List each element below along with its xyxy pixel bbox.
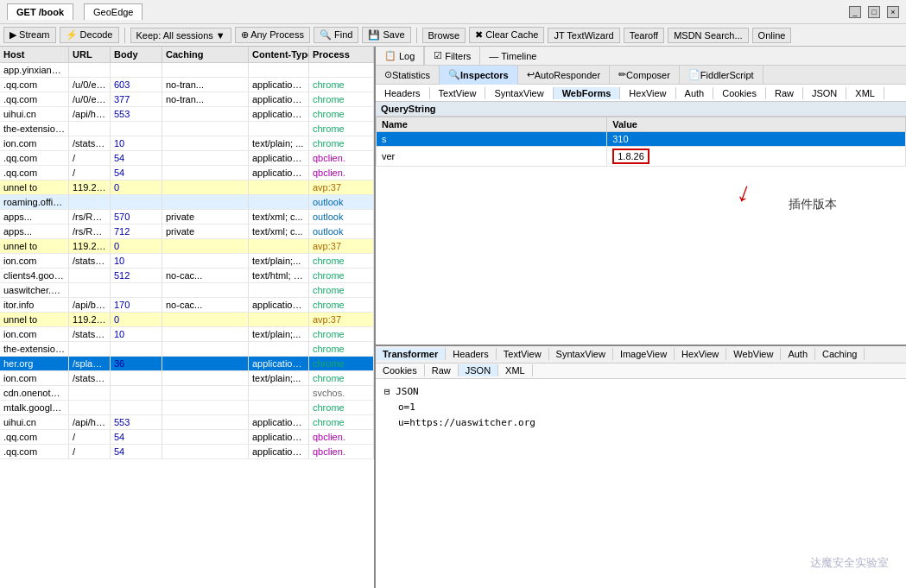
req-tab-hexview[interactable]: HexView: [620, 87, 675, 99]
resp-tab-caching[interactable]: Caching: [815, 348, 865, 360]
table-row[interactable]: unnel to 119.255.133.57:443 0 avp:37: [0, 239, 374, 254]
tab-inspectors[interactable]: 🔍 Inspectors: [440, 66, 518, 85]
resp-sub-xml[interactable]: XML: [498, 364, 533, 376]
table-row[interactable]: the-extension.com:443 chrome: [0, 342, 374, 357]
table-row[interactable]: apps... /rs/RoamingSoapService.svc 712 p…: [0, 224, 374, 239]
table-row[interactable]: clients4.google.com:443 512 no-cac... te…: [0, 269, 374, 283]
resp-tab-textview[interactable]: TextView: [497, 348, 549, 360]
toolbar: ▶ Stream ⚡ Decode Keep: All sessions ▼ ⊕…: [0, 24, 906, 47]
table-row[interactable]: unnel to 119.255.133.57:443 0 avp:37: [0, 180, 374, 195]
table-row[interactable]: the-extension.com:443 chrome: [0, 122, 374, 136]
resp-sub-json[interactable]: JSON: [459, 364, 498, 376]
keep-button[interactable]: Keep: All sessions ▼: [130, 28, 231, 43]
table-row[interactable]: itor.info /api/bhrule?sub=116 170 no-cac…: [0, 298, 374, 313]
resp-tab-webview[interactable]: WebView: [726, 348, 781, 360]
req-tab-cookies[interactable]: Cookies: [713, 87, 766, 99]
req-tab-headers[interactable]: Headers: [376, 87, 430, 99]
title-bar-left: GET /book GeoEdge: [7, 3, 143, 20]
cell-host: uihui.cn: [0, 415, 69, 429]
table-row[interactable]: ion.com /stats?hash=jwtmv6kavks... 10 te…: [0, 254, 374, 269]
tearoff-button[interactable]: Tearoff: [624, 28, 664, 43]
table-row[interactable]: .qq.com / 54 application/... qbclien.: [0, 430, 374, 445]
stream-button[interactable]: ▶ Stream: [3, 27, 56, 43]
table-row[interactable]: mtalk.google.com:5228 chrome: [0, 401, 374, 415]
minimize-button[interactable]: _: [849, 6, 861, 18]
cell-body: 553: [111, 415, 162, 429]
cell-url: [69, 401, 111, 414]
cell-caching: [162, 371, 249, 385]
cell-url: 119.255.133.57:443: [69, 239, 111, 253]
find-button[interactable]: 🔍 Find: [314, 27, 358, 43]
table-row[interactable]: roaming.officeapps.live.c... outlook: [0, 195, 374, 210]
resp-tab-headers[interactable]: Headers: [446, 348, 497, 360]
table-row[interactable]: uihui.cn /api/hui/share.json?chann... 55…: [0, 415, 374, 430]
cell-process: chrome: [309, 327, 374, 341]
save-button[interactable]: 💾 Save: [362, 27, 410, 43]
tab-log[interactable]: 📋 Log: [376, 47, 424, 66]
cell-process: chrome: [309, 269, 374, 282]
cell-caching: [162, 415, 249, 429]
clearcache-button[interactable]: ✖ Clear Cache: [469, 27, 544, 43]
table-row[interactable]: her.org /splash?s=310&ver=1.8.26 36 appl…: [0, 357, 374, 371]
kv-row[interactable]: s 310: [377, 132, 906, 147]
req-tab-raw[interactable]: Raw: [766, 87, 803, 99]
cell-url: /rs/RoamingSoapService.svc: [69, 210, 111, 224]
title-tab-book[interactable]: GET /book: [7, 3, 73, 20]
cell-body: [111, 122, 162, 136]
browse-button[interactable]: Browse: [422, 28, 466, 43]
anyprocess-button[interactable]: ⊕ Any Process: [235, 27, 310, 43]
resp-tab-syntaxview[interactable]: SyntaxView: [549, 348, 613, 360]
resp-sub-cookies[interactable]: Cookies: [376, 364, 425, 376]
req-tab-syntaxview[interactable]: SyntaxView: [485, 87, 553, 99]
table-row[interactable]: ion.com /stats?hash=jwtmv6kavks... 10 te…: [0, 327, 374, 342]
tab-statistics[interactable]: ⊙ Statistics: [376, 66, 440, 85]
kv-row[interactable]: ver 1.8.26: [377, 147, 906, 167]
decode-button[interactable]: ⚡ Decode: [60, 27, 119, 43]
online-button[interactable]: Online: [752, 28, 792, 43]
maximize-button[interactable]: □: [868, 6, 880, 18]
close-button[interactable]: ×: [887, 6, 899, 18]
table-row[interactable]: ion.com /stats?hash=jwtmv6kavks... text/…: [0, 371, 374, 386]
table-row[interactable]: .qq.com / 54 application/... qbclien.: [0, 445, 374, 459]
req-tab-xml[interactable]: XML: [846, 87, 884, 99]
resp-tab-transformer[interactable]: Transformer: [376, 348, 446, 360]
cell-process: avp:37: [309, 313, 374, 326]
timeline-icon: —: [489, 51, 498, 61]
table-row[interactable]: ion.com /stats?hash=jwtmv6kavks... 10 te…: [0, 136, 374, 151]
resp-sub-raw[interactable]: Raw: [425, 364, 459, 376]
table-row[interactable]: cdn.onenote.net:443 svchos.: [0, 386, 374, 401]
table-row[interactable]: .qq.com /u/0/edam/user/ 603 no-tran... a…: [0, 78, 374, 92]
table-row[interactable]: .qq.com /u/0/edam/user/ 377 no-tran... a…: [0, 92, 374, 107]
cell-host: cdn.onenote.net:443: [0, 386, 69, 400]
tab-timeline[interactable]: — Timeline: [480, 47, 545, 66]
textwizard-button[interactable]: JT TextWizard: [548, 28, 619, 43]
cell-body: 0: [111, 180, 162, 194]
title-tab-geoedge[interactable]: GeoEdge: [84, 3, 143, 20]
req-tab-auth[interactable]: Auth: [676, 87, 714, 99]
cell-host: unnel to: [0, 180, 69, 194]
tab-autoresponder[interactable]: ↩ AutoResponder: [518, 66, 610, 85]
req-tab-json[interactable]: JSON: [803, 87, 846, 99]
req-tab-webforms[interactable]: WebForms: [554, 87, 621, 99]
table-row[interactable]: .qq.com / 54 application/... qbclien.: [0, 166, 374, 180]
cell-process: avp:37: [309, 239, 374, 253]
cell-url: /u/0/edam/user/: [69, 78, 111, 92]
table-row[interactable]: .qq.com / 54 application/... qbclien.: [0, 151, 374, 166]
table-row[interactable]: apps... /rs/RoamingSoapService.svc 570 p…: [0, 210, 374, 224]
col-contenttype: Content-Type: [249, 47, 309, 62]
cell-host: ion.com: [0, 254, 69, 268]
msdnsearch-button[interactable]: MSDN Search...: [668, 28, 748, 43]
table-row[interactable]: app.yinxiang.com:443: [0, 63, 374, 78]
resp-tab-auth[interactable]: Auth: [781, 348, 815, 360]
tab-composer[interactable]: ✏ Composer: [610, 66, 680, 85]
req-tab-textview[interactable]: TextView: [430, 87, 486, 99]
table-row[interactable]: unnel to 119.255.133.57:443 0 avp:37: [0, 313, 374, 327]
resp-tab-hexview[interactable]: HexView: [675, 348, 726, 360]
resp-tab-imageview[interactable]: ImageView: [613, 348, 675, 360]
tab-fiddlerscript[interactable]: 📄 FiddlerScript: [680, 66, 763, 85]
left-panel: Host URL Body Caching Content-Type Proce…: [0, 47, 376, 588]
table-row[interactable]: uaswitcher.org:443 chrome: [0, 283, 374, 298]
tab-filters[interactable]: ☑ Filters: [424, 47, 480, 66]
cell-host: roaming.officeapps.live.c...: [0, 195, 69, 209]
table-row[interactable]: uihui.cn /api/hui/share.json?chann... 55…: [0, 107, 374, 122]
